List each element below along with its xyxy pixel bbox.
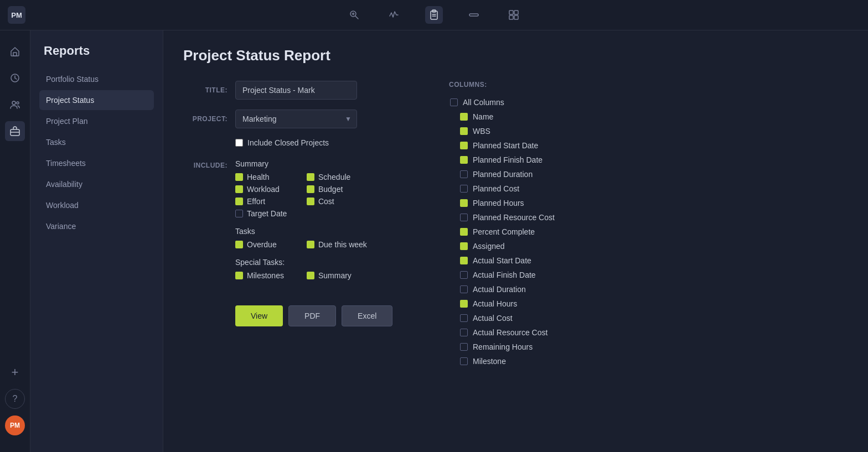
- target-date-label: Target Date: [247, 209, 287, 218]
- workload-checkbox[interactable]: [235, 185, 243, 193]
- svg-rect-13: [13, 53, 17, 56]
- col-checkbox-wbs[interactable]: [460, 127, 468, 135]
- due-this-week-checkbox[interactable]: [307, 241, 314, 248]
- include-closed-checkbox[interactable]: [235, 139, 243, 147]
- schedule-check-item: Schedule: [307, 173, 367, 181]
- budget-checkbox[interactable]: [307, 185, 314, 193]
- milestones-checkbox[interactable]: [235, 272, 243, 279]
- sidebar-item-timesheets[interactable]: Timesheets: [39, 153, 154, 173]
- due-this-week-check-item: Due this week: [307, 240, 367, 249]
- form-left: TITLE: PROJECT: Marketing Development De…: [183, 81, 416, 372]
- link-icon[interactable]: [465, 6, 483, 24]
- health-label: Health: [247, 173, 269, 181]
- col-item-actual-duration: Actual Duration: [449, 282, 624, 297]
- col-checkbox-planned-duration[interactable]: [460, 170, 468, 178]
- clock-nav-icon[interactable]: [5, 68, 25, 88]
- project-row: PROJECT: Marketing Development Design Fi…: [183, 110, 416, 128]
- special-tasks-group-title: Special Tasks:: [235, 258, 367, 267]
- col-item-planned-hours: Planned Hours: [449, 196, 624, 210]
- search-zoom-icon[interactable]: [345, 6, 363, 24]
- col-checkbox-planned-hours[interactable]: [460, 199, 468, 207]
- home-nav-icon[interactable]: [5, 41, 25, 61]
- view-button[interactable]: View: [235, 305, 283, 326]
- col-label-planned-duration: Planned Duration: [473, 170, 533, 179]
- svg-rect-9: [509, 11, 513, 14]
- project-select[interactable]: Marketing Development Design Finance: [235, 110, 357, 128]
- col-checkbox-planned-resource-cost[interactable]: [460, 214, 468, 221]
- summary2-label: Summary: [318, 271, 352, 280]
- cost-checkbox[interactable]: [307, 198, 314, 205]
- col-label-complete: Complete: [473, 371, 506, 372]
- include-closed-label: Include Closed Projects: [247, 138, 329, 147]
- schedule-label: Schedule: [318, 173, 350, 181]
- col-checkbox-milestone[interactable]: [460, 357, 468, 365]
- sidebar-item-portfolio-status[interactable]: Portfolio Status: [39, 69, 154, 89]
- overdue-checkbox[interactable]: [235, 241, 243, 248]
- overdue-label: Overdue: [247, 240, 277, 249]
- sidebar-item-project-status[interactable]: Project Status: [39, 90, 154, 110]
- col-checkbox-all-columns[interactable]: [450, 98, 458, 106]
- effort-label: Effort: [247, 197, 265, 206]
- clipboard-icon[interactable]: [425, 6, 443, 24]
- target-date-checkbox[interactable]: [235, 210, 243, 217]
- col-checkbox-actual-resource-cost[interactable]: [460, 329, 468, 336]
- col-checkbox-actual-cost[interactable]: [460, 314, 468, 322]
- excel-button[interactable]: Excel: [342, 305, 392, 326]
- briefcase-nav-icon[interactable]: [5, 121, 25, 141]
- columns-label: COLUMNS:: [449, 81, 626, 89]
- due-this-week-label: Due this week: [318, 240, 367, 249]
- col-item-actual-cost: Actual Cost: [449, 311, 624, 325]
- include-row: INCLUDE: Summary Health Schedule: [183, 159, 416, 289]
- people-nav-icon[interactable]: [5, 95, 25, 115]
- svg-line-1: [355, 16, 358, 19]
- cost-label: Cost: [318, 197, 334, 206]
- effort-checkbox[interactable]: [235, 198, 243, 205]
- col-checkbox-remaining-hours[interactable]: [460, 343, 468, 351]
- budget-check-item: Budget: [307, 185, 367, 194]
- col-checkbox-name[interactable]: [460, 113, 468, 121]
- col-label-percent-complete: Percent Complete: [473, 227, 535, 236]
- col-item-actual-start-date: Actual Start Date: [449, 253, 624, 268]
- schedule-checkbox[interactable]: [307, 173, 314, 181]
- sidebar-item-tasks[interactable]: Tasks: [39, 132, 154, 152]
- add-nav-icon[interactable]: +: [5, 362, 25, 382]
- help-nav-icon[interactable]: ?: [5, 389, 25, 409]
- page-title: Project Status Report: [183, 47, 848, 64]
- include-options: Summary Health Schedule Workload: [235, 159, 367, 289]
- col-label-name: Name: [473, 112, 493, 121]
- col-checkbox-assigned[interactable]: [460, 242, 468, 250]
- include-closed-row: Include Closed Projects: [235, 138, 416, 147]
- col-checkbox-percent-complete[interactable]: [460, 228, 468, 236]
- col-checkbox-planned-finish-date[interactable]: [460, 156, 468, 164]
- health-checkbox[interactable]: [235, 173, 243, 181]
- sidebar-item-variance[interactable]: Variance: [39, 216, 154, 236]
- svg-line-16: [15, 78, 17, 79]
- col-checkbox-planned-cost[interactable]: [460, 185, 468, 193]
- col-label-assigned: Assigned: [473, 242, 505, 251]
- milestones-label: Milestones: [247, 271, 284, 280]
- user-avatar[interactable]: PM: [5, 415, 25, 435]
- col-label-actual-hours: Actual Hours: [473, 299, 517, 308]
- layout-icon[interactable]: [505, 6, 523, 24]
- col-checkbox-actual-duration[interactable]: [460, 285, 468, 293]
- col-label-planned-finish-date: Planned Finish Date: [473, 155, 542, 164]
- sidebar-item-project-plan[interactable]: Project Plan: [39, 111, 154, 131]
- col-checkbox-actual-start-date[interactable]: [460, 257, 468, 264]
- svg-rect-11: [509, 15, 513, 19]
- pdf-button[interactable]: PDF: [288, 305, 336, 326]
- col-label-actual-start-date: Actual Start Date: [473, 256, 531, 265]
- title-input[interactable]: [235, 81, 357, 100]
- activity-icon[interactable]: [385, 6, 403, 24]
- logo-button[interactable]: PM: [8, 6, 25, 24]
- col-checkbox-planned-start-date[interactable]: [460, 142, 468, 149]
- svg-rect-10: [514, 11, 518, 14]
- col-checkbox-actual-hours[interactable]: [460, 300, 468, 308]
- col-checkbox-actual-finish-date[interactable]: [460, 271, 468, 279]
- sidebar-item-availability[interactable]: Availability: [39, 174, 154, 194]
- col-item-actual-resource-cost: Actual Resource Cost: [449, 325, 624, 340]
- sidebar-item-workload[interactable]: Workload: [39, 195, 154, 215]
- col-item-assigned: Assigned: [449, 239, 624, 253]
- summary2-checkbox[interactable]: [307, 272, 314, 279]
- milestones-check-item: Milestones: [235, 271, 296, 280]
- col-label-milestone: Milestone: [473, 357, 506, 366]
